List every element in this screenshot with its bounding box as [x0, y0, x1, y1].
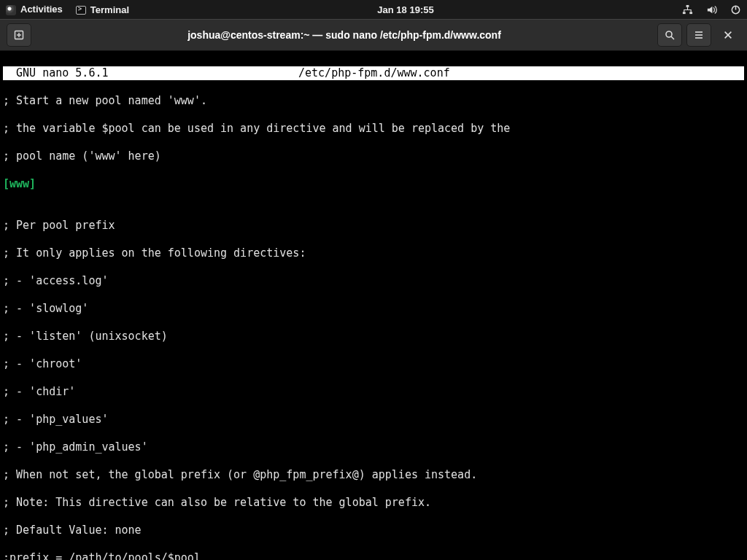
- clock[interactable]: Jan 18 19:55: [129, 4, 682, 15]
- svg-point-8: [666, 31, 672, 37]
- power-icon[interactable]: [730, 4, 741, 15]
- nano-version: GNU nano 5.6.1: [16, 66, 108, 79]
- editor-line: ; - 'slowlog': [3, 302, 744, 316]
- editor-line: ; - 'php_values': [3, 413, 744, 427]
- editor-line: ; pool name ('www' here): [3, 149, 744, 163]
- menu-button[interactable]: [686, 23, 711, 47]
- activities-icon: [6, 5, 16, 15]
- terminal-indicator[interactable]: Terminal: [76, 4, 129, 15]
- terminal-icon: [76, 6, 86, 15]
- terminal-viewport[interactable]: GNU nano 5.6.1/etc/php-fpm.d/www.conf ; …: [0, 51, 747, 560]
- editor-line: ; - 'php_admin_values': [3, 440, 744, 454]
- window-title: joshua@centos-stream:~ — sudo nano /etc/…: [34, 29, 655, 41]
- editor-line: ; - 'chdir': [3, 385, 744, 399]
- svg-rect-0: [686, 4, 689, 7]
- editor-line: ; Note: This directive can also be relat…: [3, 496, 744, 510]
- search-button[interactable]: [657, 23, 682, 47]
- svg-line-9: [671, 36, 674, 39]
- svg-rect-2: [689, 12, 692, 14]
- editor-line: ;prefix = /path/to/pools/$pool: [3, 551, 744, 560]
- activities-button[interactable]: Activities: [6, 4, 63, 15]
- nano-filepath: /etc/php-fpm.d/www.conf: [298, 66, 450, 80]
- gnome-topbar: Activities Terminal Jan 18 19:55: [0, 0, 747, 19]
- editor-line: ; - 'listen' (unixsocket): [3, 330, 744, 343]
- terminal-label: Terminal: [90, 4, 129, 15]
- window-titlebar: joshua@centos-stream:~ — sudo nano /etc/…: [0, 19, 747, 51]
- svg-rect-1: [683, 12, 686, 14]
- volume-icon[interactable]: [706, 4, 717, 15]
- editor-line: [www]: [3, 177, 744, 191]
- editor-line: ; It only applies on the following direc…: [3, 246, 744, 260]
- activities-label: Activities: [20, 4, 63, 15]
- close-button[interactable]: [716, 23, 740, 47]
- editor-line: ; - 'chroot': [3, 357, 744, 371]
- editor-line: ; When not set, the global prefix (or @p…: [3, 468, 744, 482]
- editor-line: ; - 'access.log': [3, 274, 744, 288]
- network-icon[interactable]: [682, 4, 693, 15]
- editor-line: ; Default Value: none: [3, 524, 744, 537]
- editor-line: ; Per pool prefix: [3, 219, 744, 233]
- new-tab-button[interactable]: [7, 23, 31, 47]
- nano-header: GNU nano 5.6.1/etc/php-fpm.d/www.conf: [3, 66, 744, 80]
- editor-line: ; Start a new pool named 'www'.: [3, 94, 744, 108]
- editor-line: ; the variable $pool can be used in any …: [3, 122, 744, 136]
